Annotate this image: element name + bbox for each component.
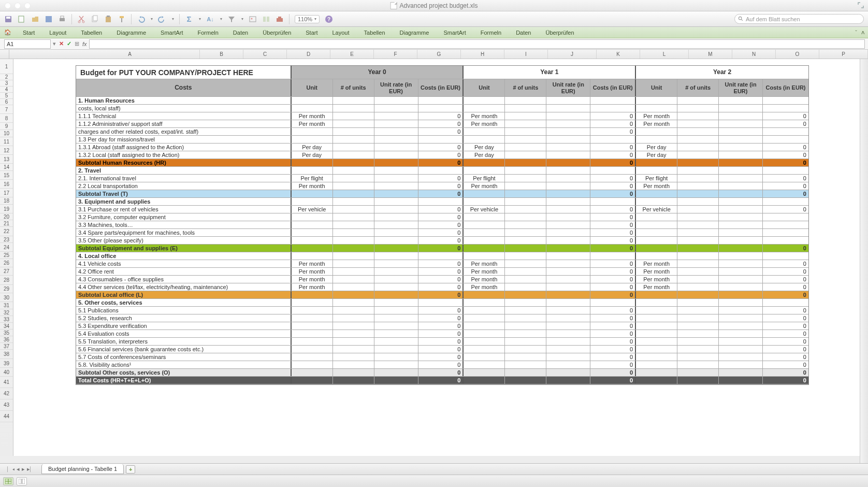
ribbon-tab-diagramme[interactable]: Diagramme [109,27,153,38]
costs-cell[interactable]: 0 [418,144,464,151]
unit-cell[interactable] [464,338,505,345]
unitrate-cell[interactable] [374,330,418,337]
unitrate-cell[interactable] [546,237,590,244]
costs-cell[interactable]: 0 [763,175,808,182]
unit-cell[interactable] [464,299,505,306]
numunits-cell[interactable] [505,338,546,345]
unitrate-cell[interactable] [546,307,590,314]
unit-cell[interactable] [292,221,333,228]
unitrate-cell[interactable] [719,338,763,345]
unitrate-cell[interactable] [546,229,590,236]
unitrate-cell[interactable] [546,221,590,228]
costs-cell[interactable] [763,128,808,135]
costs-cell[interactable]: 0 [418,120,464,127]
accept-formula-icon[interactable]: ✓ [67,40,71,47]
col-header-D[interactable]: D [287,50,330,59]
costs-cell[interactable] [763,237,808,244]
unit-cell[interactable] [636,221,677,228]
costs-cell[interactable]: 0 [418,268,464,275]
unitrate-cell[interactable] [546,252,590,260]
numunits-cell[interactable] [677,112,719,120]
unitrate-cell[interactable] [719,330,763,337]
unitrate-cell[interactable] [374,175,418,182]
numunits-cell[interactable] [505,276,546,283]
unit-cell[interactable] [464,353,505,361]
unit-cell[interactable] [292,322,333,330]
numunits-cell[interactable] [505,283,546,291]
numunits-cell[interactable] [677,237,719,244]
numunits-cell[interactable] [333,221,374,228]
unitrate-cell[interactable] [719,97,763,104]
numunits-cell[interactable] [677,97,719,104]
unitrate-cell[interactable] [374,338,418,345]
unitrate-cell[interactable] [374,206,418,213]
costs-cell[interactable]: 0 [418,221,464,228]
costs-cell[interactable] [590,105,636,112]
unitrate-cell[interactable] [719,221,763,228]
unit-cell[interactable] [292,307,333,314]
unitrate-cell[interactable] [374,120,418,127]
row-header[interactable]: 7 [0,105,13,114]
sheet-tab-active[interactable]: Budget planning - Tabelle 1 [41,464,124,474]
numunits-cell[interactable] [505,353,546,361]
ribbon-tab-start[interactable]: Start [16,27,42,38]
numunits-cell[interactable] [333,338,374,345]
sort-dropdown-icon[interactable]: ▾ [220,17,222,21]
numunits-cell[interactable] [677,167,719,174]
ribbon-tab-daten[interactable]: Daten [509,27,538,38]
col-header-G[interactable]: G [417,50,461,59]
unit-cell[interactable] [464,361,505,368]
unit-cell[interactable]: Per month [464,268,505,275]
costs-cell[interactable]: 0 [418,330,464,337]
unitrate-cell[interactable] [719,276,763,283]
ribbon-tab-smartart[interactable]: SmartArt [153,27,190,38]
numunits-cell[interactable] [505,97,546,104]
costs-cell[interactable] [418,167,464,174]
row-header[interactable]: 21 [0,220,13,227]
row-header[interactable]: 29 [0,285,13,293]
numunits-cell[interactable] [677,330,719,337]
numunits-cell[interactable] [505,105,546,112]
row-header[interactable]: 17 [0,189,13,197]
col-header-K[interactable]: K [597,50,640,59]
row-header[interactable]: 8 [0,114,13,123]
unitrate-cell[interactable] [374,353,418,361]
costs-cell[interactable]: 0 [763,151,808,159]
costs-cell[interactable]: 0 [590,314,636,322]
row-header[interactable]: 43 [0,399,13,411]
name-box-dropdown-icon[interactable]: ▾ [53,40,56,47]
row-header[interactable]: 44 [0,411,13,422]
normal-view-icon[interactable] [3,477,13,485]
numunits-cell[interactable] [505,237,546,244]
unitrate-cell[interactable] [719,260,763,267]
costs-cell[interactable] [590,167,636,174]
costs-cell[interactable]: 0 [763,307,808,314]
unit-cell[interactable] [636,299,677,306]
costs-cell[interactable]: 0 [590,112,636,120]
unit-cell[interactable] [636,198,677,205]
unitrate-cell[interactable] [719,182,763,190]
unit-cell[interactable]: Per month [636,112,677,120]
format-painter-icon[interactable] [118,15,126,23]
unit-cell[interactable] [464,229,505,236]
row-header[interactable]: 32 [0,309,13,316]
row-header[interactable]: 16 [0,180,13,189]
row-header[interactable]: 5 [0,93,13,99]
unit-cell[interactable] [292,299,333,306]
ribbon-tab-diagramme[interactable]: Diagramme [393,27,437,38]
col-header-I[interactable]: I [504,50,548,59]
row-header[interactable]: 36 [0,336,13,343]
unit-cell[interactable] [464,346,505,353]
ribbon-tab-daten[interactable]: Daten [226,27,255,38]
costs-cell[interactable] [418,252,464,260]
numunits-cell[interactable] [505,346,546,353]
unit-cell[interactable] [636,167,677,174]
unitrate-cell[interactable] [719,268,763,275]
numunits-cell[interactable] [333,198,374,205]
costs-cell[interactable]: 0 [590,283,636,291]
unit-cell[interactable]: Per month [464,276,505,283]
zoom-window-icon[interactable] [24,3,31,9]
row-header[interactable]: 18 [0,197,13,205]
copy-icon[interactable] [91,15,99,23]
unit-cell[interactable] [292,213,333,221]
